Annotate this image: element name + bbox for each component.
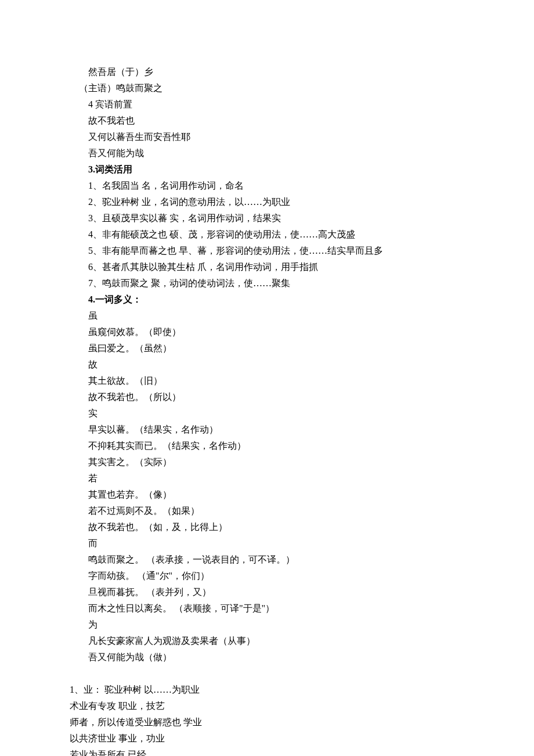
text-line: 4、非有能硕茂之也 硕、茂，形容词的使动用法，使……高大茂盛	[70, 226, 464, 243]
blank-line	[70, 665, 464, 682]
text-line: 实	[70, 405, 464, 422]
text-line: 凡长安豪家富人为观游及卖果者（从事）	[70, 633, 464, 649]
text-line: 7、鸣鼓而聚之 聚，动词的使动词法，使……聚集	[70, 275, 464, 291]
text-line: 又何以蕃吾生而安吾性耶	[70, 129, 464, 145]
text-line: 1、名我固当 名，名词用作动词，命名	[70, 178, 464, 194]
text-line: 虽窥伺效慕。（即使）	[70, 324, 464, 340]
text-line: 1、业： 驼业种树 以……为职业	[70, 682, 464, 698]
text-line: 故不我若也。（如，及，比得上）	[70, 519, 464, 535]
text-line: 其土欲故。（旧）	[70, 373, 464, 389]
text-line: 故不我若也。（所以）	[70, 389, 464, 405]
text-line: 4.一词多义：	[70, 291, 464, 308]
text-line: 以共济世业 事业，功业	[70, 730, 464, 747]
text-line: 而木之性日以离矣。 （表顺接，可译"于是"）	[70, 600, 464, 617]
text-line: 不抑耗其实而已。（结果实，名作动）	[70, 438, 464, 454]
text-line: 然吾居（于）乡	[70, 64, 464, 80]
text-line: 吾又何能为哉	[70, 145, 464, 161]
text-line: 为	[70, 617, 464, 633]
document-body: 然吾居（于）乡（主语）鸣鼓而聚之4 宾语前置故不我若也又何以蕃吾生而安吾性耶吾又…	[70, 64, 464, 756]
text-line: 3.词类活用	[70, 161, 464, 178]
text-line: （主语）鸣鼓而聚之	[70, 80, 464, 96]
text-line: 鸣鼓而聚之。 （表承接，一说表目的，可不译。）	[70, 552, 464, 568]
text-line: 吾又何能为哉（做）	[70, 649, 464, 665]
text-line: 早实以蕃。（结果实，名作动）	[70, 422, 464, 438]
text-line: 虽曰爱之。（虽然）	[70, 340, 464, 357]
text-line: 2、驼业种树 业，名词的意动用法，以……为职业	[70, 194, 464, 210]
text-line: 师者，所以传道受业解惑也 学业	[70, 714, 464, 730]
text-line: 其置也若弃。（像）	[70, 487, 464, 503]
text-line: 故	[70, 357, 464, 373]
text-line: 其实害之。（实际）	[70, 454, 464, 470]
text-line: 旦视而暮抚。 （表并列，又）	[70, 584, 464, 600]
text-line: 故不我若也	[70, 113, 464, 129]
text-line: 若不过焉则不及。（如果）	[70, 503, 464, 519]
text-line: 6、甚者爪其肤以验其生枯 爪，名词用作动词，用手指抓	[70, 259, 464, 275]
text-line: 4 宾语前置	[70, 96, 464, 113]
text-line: 3、且硕茂早实以蕃 实，名词用作动词，结果实	[70, 210, 464, 226]
text-line: 虽	[70, 308, 464, 324]
text-line: 5、非有能早而蕃之也 早、蕃，形容词的使动用法，使……结实早而且多	[70, 243, 464, 259]
text-line: 术业有专攻 职业，技艺	[70, 698, 464, 714]
text-line: 若业为吾所有 已经	[70, 747, 464, 756]
text-line: 字而幼孩。 （通"尔"，你们）	[70, 568, 464, 584]
text-line: 若	[70, 470, 464, 487]
text-line: 而	[70, 535, 464, 552]
